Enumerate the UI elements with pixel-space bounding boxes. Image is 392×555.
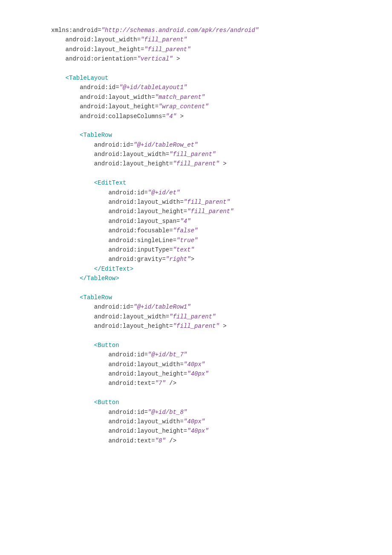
code-token-val: "4" (180, 218, 190, 225)
code-line: <Button (51, 398, 392, 407)
code-line: <Button (51, 341, 392, 350)
code-token-tag: <TableLayout (66, 75, 109, 81)
code-token-attr: android:layout_span= (108, 218, 180, 225)
code-line: android:layout_width="match_parent" (51, 92, 392, 102)
code-token-attr: android:id= (108, 351, 147, 358)
code-token-attr: android:id= (94, 142, 133, 148)
code-token-attr: android:layout_height= (94, 160, 173, 167)
code-line: android:gravity="right"> (51, 254, 392, 264)
code-token-val: "fill_parent" (144, 46, 190, 53)
code-line: android:inputType="text" (51, 245, 392, 254)
code-token-punct: /> (166, 437, 176, 444)
code-token-val: "40px" (187, 428, 208, 434)
code-token-attr: android:layout_height= (80, 103, 159, 110)
code-token-punct: > (176, 113, 184, 120)
code-line: <EditText (51, 178, 392, 188)
code-token-val: "40px" (184, 418, 205, 425)
code-line: android:layout_width="40px" (51, 360, 392, 369)
code-line: <TableLayout (51, 73, 392, 83)
code-line: android:layout_height="40px" (51, 426, 392, 436)
code-token-tag: <EditText (94, 179, 127, 186)
code-token-attr: xmlns:android= (51, 27, 101, 34)
code-token-tag: <Button (94, 399, 119, 406)
code-line: android:layout_height="wrap_content" (51, 102, 392, 111)
code-line (51, 169, 392, 178)
code-line: android:focusable="false" (51, 226, 392, 235)
code-token-attr: android:layout_width= (108, 199, 183, 205)
code-line: android:id="@+id/bt_7" (51, 350, 392, 359)
code-token-attr: android:layout_height= (108, 370, 187, 377)
code-token-attr: android:layout_width= (108, 361, 183, 368)
code-token-attr: android:focusable= (108, 227, 173, 234)
code-token-tag: <TableRow (80, 132, 112, 139)
code-line: android:text="7" /> (51, 379, 392, 388)
code-line (51, 283, 392, 293)
code-line: android:singleLine="true" (51, 236, 392, 245)
code-token-tag: <TableRow (80, 294, 112, 301)
code-token-val: "8" (155, 437, 166, 444)
code-token-attr: android:layout_width= (108, 418, 183, 425)
code-line: android:layout_width="fill_parent" (51, 150, 392, 159)
code-token-attr: android:layout_height= (108, 428, 187, 434)
code-token-attr: android:layout_height= (94, 323, 173, 330)
code-token-attr: android:id= (80, 84, 119, 91)
code-line: android:layout_height="fill_parent" (51, 207, 392, 216)
code-line: android:orientation="vertical" > (51, 54, 392, 64)
code-token-tag: </EditText> (94, 266, 133, 272)
code-token-val: "vertical" (137, 55, 173, 62)
code-token-url: "http://schemas.android.com/apk/res/andr… (101, 27, 259, 34)
code-line: android:layout_height="fill_parent" (51, 45, 392, 54)
code-token-attr: android:layout_width= (66, 36, 141, 43)
code-line: xmlns:android="http://schemas.android.co… (51, 26, 392, 35)
code-token-val: "fill_parent" (169, 313, 216, 320)
code-token-val: "fill_parent" (184, 199, 230, 205)
code-line: android:layout_height="fill_parent" > (51, 159, 392, 168)
code-token-tag: </TableRow> (80, 275, 119, 282)
code-token-val: "4" (166, 113, 176, 120)
code-token-val: "true" (176, 237, 198, 244)
code-token-attr: android:layout_height= (108, 208, 187, 215)
code-token-attr: android:layout_height= (66, 46, 144, 53)
code-line: android:layout_width="fill_parent" (51, 35, 392, 44)
code-token-punct: > (173, 55, 180, 62)
code-token-val: "fill_parent" (173, 160, 219, 167)
code-line: android:text="8" /> (51, 436, 392, 445)
code-line: android:layout_height="40px" (51, 369, 392, 379)
code-token-val: "text" (173, 246, 194, 253)
code-line: android:id="@+id/bt_8" (51, 408, 392, 417)
code-line: </TableRow> (51, 274, 392, 283)
code-token-val: "@+id/et" (148, 189, 180, 196)
code-token-val: "@+id/tableRow_et" (133, 142, 198, 148)
code-token-attr: android:inputType= (108, 246, 173, 253)
code-line: <TableRow (51, 130, 392, 140)
code-token-val: "40px" (187, 370, 208, 377)
code-token-attr: android:id= (94, 304, 133, 310)
code-token-punct: > (219, 160, 227, 167)
code-line (51, 121, 392, 130)
code-token-attr: android:collapseColumns= (80, 113, 166, 120)
code-token-val: "fill_parent" (169, 151, 216, 158)
code-token-punct: > (191, 256, 194, 263)
code-token-val: "@+id/bt_8" (148, 409, 187, 416)
code-token-val: "40px" (184, 361, 205, 368)
code-token-attr: android:id= (108, 189, 147, 196)
code-token-val: "7" (155, 380, 166, 387)
code-token-tag: <Button (94, 342, 119, 349)
code-line: android:id="@+id/tableRow_et" (51, 140, 392, 150)
code-token-attr: android:singleLine= (108, 237, 176, 244)
code-token-val: "false" (173, 227, 198, 234)
code-line: android:id="@+id/et" (51, 188, 392, 197)
code-line: android:layout_span="4" (51, 217, 392, 226)
code-token-attr: android:layout_width= (80, 94, 155, 101)
code-line: android:layout_width="fill_parent" (51, 197, 392, 207)
code-token-attr: android:id= (108, 409, 147, 416)
code-line (51, 331, 392, 341)
code-token-attr: android:layout_width= (94, 151, 169, 158)
code-token-attr: android:gravity= (108, 256, 165, 263)
code-line (51, 388, 392, 398)
code-token-attr: android:text= (108, 380, 155, 387)
code-token-val: "fill_parent" (173, 323, 219, 330)
code-token-val: "match_parent" (155, 94, 205, 101)
code-token-val: "fill_parent" (187, 208, 233, 215)
code-token-punct: > (219, 323, 227, 330)
